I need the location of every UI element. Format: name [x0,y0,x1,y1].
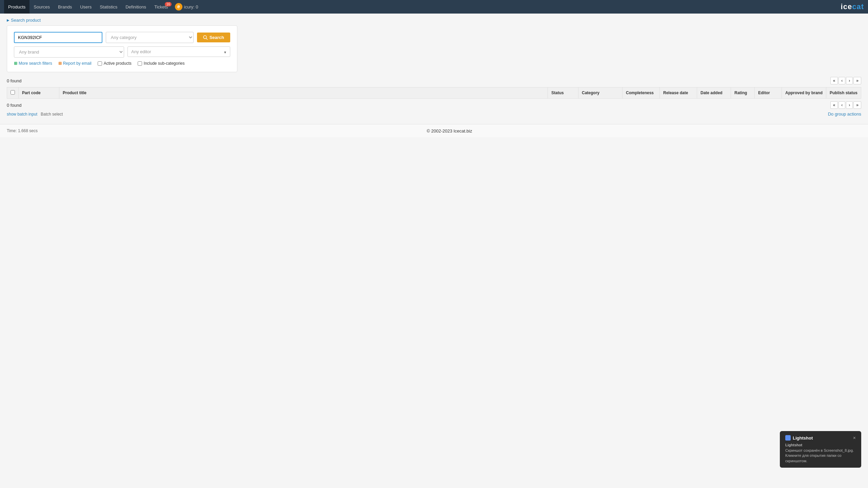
svg-point-0 [203,36,206,39]
search-button[interactable]: Search [197,33,230,42]
include-subcategories-label: Include sub-categories [138,61,185,66]
pagination-prev-top[interactable]: ‹ [839,77,845,84]
report-by-email-link[interactable]: ⊞ Report by email [58,61,92,66]
editor-select[interactable]: Any editor [127,46,230,57]
pagination-last-top[interactable]: » [853,77,861,84]
pagination-last-bottom[interactable]: » [853,101,861,109]
batch-select-text: Batch select [41,112,63,117]
top-nav: Products Sources Brands Users Statistics… [0,0,868,14]
batch-actions-bar: show batch input Batch select Do group a… [7,111,861,117]
top-pagination: « ‹ › » [830,77,861,84]
nav-brands[interactable]: Brands [54,0,76,14]
active-products-checkbox[interactable] [98,61,102,66]
report-icon: ⊞ [58,61,62,66]
col-publish: Publish status [826,87,861,99]
pagination-first-bottom[interactable]: « [830,101,838,109]
col-release-date: Release date [659,87,697,99]
more-search-filters-link[interactable]: ⊞ More search filters [14,61,52,66]
col-product-title: Product title [59,87,548,99]
svg-line-1 [206,38,208,40]
currency-display: ₴ icury: 0 [175,3,198,11]
select-all-checkbox[interactable] [11,90,15,95]
report-email-label: Report by email [63,61,92,66]
part-code-input[interactable] [14,32,102,43]
col-date-added: Date added [697,87,731,99]
editor-select-wrap: Any editor [127,46,230,58]
col-status: Status [548,87,578,99]
more-filters-icon: ⊞ [14,61,17,66]
logo: icecat [841,2,864,11]
brand-row: Any brand Any editor [14,46,230,58]
include-subcategories-checkbox[interactable] [138,61,142,66]
nav-statistics[interactable]: Statistics [96,0,121,14]
top-found-count: 0 found [7,78,21,83]
nav-definitions[interactable]: Definitions [121,0,150,14]
include-subcategories-text: Include sub-categories [144,61,185,66]
col-part-code: Part code [19,87,59,99]
active-products-text: Active products [104,61,132,66]
footer: Time: 1.668 secs © 2002-2023 Icecat.biz [0,124,868,137]
pagination-first-top[interactable]: « [830,77,838,84]
time-text: Time: 1.668 secs [7,127,38,135]
brand-select[interactable]: Any brand [14,46,124,58]
top-results-bar: 0 found « ‹ › » [7,77,861,84]
table-header: Part code Product title Status Category … [7,87,861,99]
search-icon [203,35,208,40]
product-table: Part code Product title Status Category … [7,87,861,99]
bottom-results-bar: 0 found « ‹ › » [7,101,861,109]
tickets-badge: 16 [165,2,171,6]
col-approved: Approved by brand [782,87,826,99]
nav-users[interactable]: Users [76,0,96,14]
nav-products[interactable]: Products [4,0,29,14]
filter-row: ⊞ More search filters ⊞ Report by email … [14,61,230,66]
search-product-label: Search product [11,18,41,23]
pagination-prev-bottom[interactable]: ‹ [839,101,845,109]
col-select-all [7,87,19,99]
col-completeness: Completeness [622,87,659,99]
bottom-found-count: 0 found [7,103,21,108]
search-button-label: Search [210,35,224,40]
copyright-text: © 2002-2023 Icecat.biz [427,128,472,134]
currency-label: icury: 0 [184,4,198,9]
search-product-toggle[interactable]: Search product [7,18,861,23]
nav-sources[interactable]: Sources [29,0,54,14]
col-editor: Editor [754,87,782,99]
do-group-actions-link[interactable]: Do group actions [828,111,861,117]
search-row-1: Any category Search [14,32,230,43]
search-box: Any category Search Any brand Any editor [7,25,237,72]
currency-icon: ₴ [175,3,182,11]
show-batch-input-link[interactable]: show batch input [7,112,37,117]
col-rating: Rating [731,87,754,99]
active-products-label: Active products [98,61,132,66]
batch-section: show batch input Batch select [7,112,63,117]
main-content: Search product Any category Search Any b… [0,14,868,124]
nav-tickets[interactable]: Tickets 16 [150,0,172,14]
bottom-pagination: « ‹ › » [830,101,861,109]
pagination-next-top[interactable]: › [846,77,853,84]
more-filters-label: More search filters [19,61,52,66]
col-category: Category [578,87,622,99]
copyright: © 2002-2023 Icecat.biz [427,128,472,134]
category-select[interactable]: Any category [106,32,194,43]
pagination-next-bottom[interactable]: › [846,101,853,109]
